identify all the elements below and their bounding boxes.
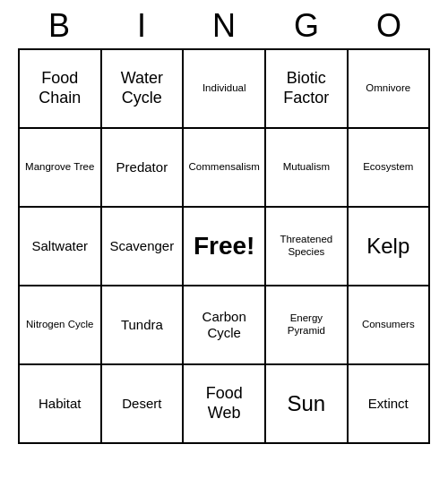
cell-r1-c0: Mangrove Tree bbox=[19, 128, 101, 207]
cell-r0-c4: Omnivore bbox=[348, 49, 429, 128]
cell-r1-c4: Ecosystem bbox=[348, 128, 429, 207]
cell-r4-c2: Food Web bbox=[183, 364, 265, 443]
cell-r3-c2: Carbon Cycle bbox=[183, 286, 265, 364]
cell-r4-c1: Desert bbox=[101, 364, 184, 443]
letter-i: I bbox=[104, 7, 179, 45]
cell-r1-c2: Commensalism bbox=[183, 128, 265, 207]
cell-r0-c1: Water Cycle bbox=[101, 49, 184, 128]
bingo-title: B I N G O bbox=[18, 0, 430, 48]
cell-r0-c2: Individual bbox=[183, 49, 265, 128]
cell-r4-c4: Extinct bbox=[348, 364, 429, 443]
cell-r1-c3: Mutualism bbox=[265, 128, 347, 207]
cell-r2-c2: Free! bbox=[183, 207, 265, 286]
bingo-grid: Food ChainWater CycleIndividualBiotic Fa… bbox=[18, 48, 430, 444]
cell-r2-c4: Kelp bbox=[348, 207, 429, 286]
cell-r0-c0: Food Chain bbox=[19, 49, 101, 128]
letter-o: O bbox=[351, 7, 426, 45]
cell-r2-c1: Scavenger bbox=[101, 207, 184, 286]
letter-n: N bbox=[186, 7, 262, 45]
cell-r3-c1: Tundra bbox=[101, 286, 184, 364]
cell-r0-c3: Biotic Factor bbox=[265, 49, 347, 128]
cell-r2-c0: Saltwater bbox=[19, 207, 101, 286]
cell-r4-c0: Habitat bbox=[19, 364, 101, 443]
cell-r3-c3: Energy Pyramid bbox=[265, 286, 347, 364]
letter-b: B bbox=[22, 7, 97, 45]
cell-r3-c0: Nitrogen Cycle bbox=[19, 286, 101, 364]
cell-r4-c3: Sun bbox=[265, 364, 347, 443]
cell-r3-c4: Consumers bbox=[348, 286, 429, 364]
letter-g: G bbox=[269, 7, 344, 45]
cell-r2-c3: Threatened Species bbox=[265, 207, 347, 286]
cell-r1-c1: Predator bbox=[101, 128, 184, 207]
